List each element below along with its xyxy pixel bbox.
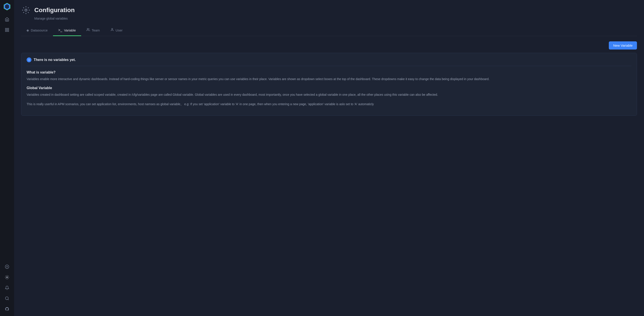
dashboard-icon[interactable] [3, 26, 12, 34]
sidebar [0, 0, 14, 316]
add-icon[interactable] [3, 262, 12, 271]
settings-icon[interactable] [3, 273, 12, 282]
page-title: Configuration [34, 7, 75, 14]
tab-team-label: Team [92, 28, 100, 32]
what-is-variable-title: What is variable? [26, 70, 632, 74]
no-variables-text: There is no variables yet. [34, 58, 76, 62]
svg-rect-4 [6, 30, 7, 32]
user-tab-icon [110, 28, 114, 32]
svg-line-11 [8, 299, 9, 300]
svg-rect-2 [6, 28, 7, 30]
tab-user[interactable]: User [105, 25, 128, 36]
tab-bar: ◈ Datasource >_ Variable Team [21, 25, 637, 36]
svg-point-14 [112, 28, 112, 30]
svg-rect-3 [8, 28, 9, 30]
tab-user-label: User [116, 28, 123, 32]
svg-point-9 [6, 277, 8, 278]
github-icon[interactable] [3, 304, 12, 313]
what-is-variable-text: Variables enable more interactive and dy… [26, 77, 632, 82]
datasource-tab-icon: ◈ [26, 28, 29, 32]
home-icon[interactable] [3, 15, 12, 24]
svg-point-12 [25, 9, 27, 11]
no-variables-banner: i There is no variables yet. [26, 58, 632, 66]
tab-datasource-label: Datasource [31, 28, 48, 32]
svg-rect-5 [8, 30, 9, 32]
search-icon[interactable] [3, 294, 12, 303]
main-content: Configuration Manage global variables ◈ … [14, 0, 644, 316]
svg-point-10 [6, 297, 8, 300]
config-gear-icon [21, 5, 31, 15]
svg-point-13 [87, 28, 88, 30]
page-header: Configuration Manage global variables ◈ … [14, 0, 644, 36]
team-tab-icon [86, 28, 90, 32]
tab-variable-label: Variable [64, 28, 76, 32]
variable-tab-icon: >_ [58, 28, 62, 32]
page-subtitle: Manage global variables [34, 17, 637, 20]
new-variable-button[interactable]: New Variable [609, 41, 637, 50]
content-area: New Variable i There is no variables yet… [14, 36, 644, 316]
tab-datasource[interactable]: ◈ Datasource [21, 25, 53, 36]
global-variable-text1: Variables created in dashboard setting a… [26, 92, 632, 97]
tab-team[interactable]: Team [81, 25, 105, 36]
info-box: i There is no variables yet. What is var… [21, 53, 637, 116]
global-variable-title: Global Variable [26, 86, 632, 90]
app-logo[interactable] [3, 3, 11, 11]
tab-variable[interactable]: >_ Variable [53, 25, 81, 36]
info-circle-icon: i [26, 58, 32, 62]
global-variable-text2: This is really userful in APM scenarios,… [26, 102, 632, 107]
bell-icon[interactable] [3, 283, 12, 292]
